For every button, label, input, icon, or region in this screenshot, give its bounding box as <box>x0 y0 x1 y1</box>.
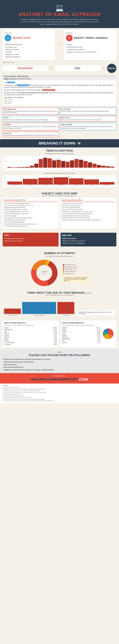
arrow-test-repeat: → <box>102 66 105 70</box>
donut-svg: attempts chart <box>30 258 59 288</box>
size-note: A Small Time Bloggers equal the "large" … <box>77 310 115 316</box>
step-two-list: Bloggers Webmasters/Site owners Journali… <box>66 43 114 53</box>
most-item-9: Consumer trends:5.5% <box>4 342 57 343</box>
day-bar-chart-container: 25% 15% 5% SUNDAYMONDAYTUESDAYWEDNESDAYT… <box>3 175 116 187</box>
arrow-one-two: → <box>58 30 61 60</box>
hourly-bar-3 <box>21 167 25 168</box>
finally-label: finally, <box>3 351 116 353</box>
hourly-bar-7 <box>39 159 43 168</box>
step-two-box: Step two 2 IDENTIFY TARGET AUDIENCE Blog… <box>64 30 116 60</box>
breaking-section: BREAKING IT DOWN ✉ <box>0 139 119 148</box>
svg-text:attempts: attempts <box>41 271 47 272</box>
subject-columns: Best Open Rates (60-87%) [COMPANYNAME] S… <box>3 198 116 229</box>
hourly-bar-8 <box>43 158 47 168</box>
label-1day: 1 Day Time Blogger <box>4 314 21 316</box>
header-title: ANATOMY OF EMAIL OUTREACH <box>3 12 116 17</box>
step-one-list: Building brand awareness Generating a sa… <box>5 43 53 58</box>
most-pitched-title: MOST PITCHED VERTICALS <box>4 322 57 324</box>
day-bar-1 <box>23 179 38 184</box>
hourly-bar-13 <box>66 162 70 168</box>
day-bar-3 <box>54 177 68 184</box>
tips-box: TIPS 💡 Simply describe email contents. 💡… <box>3 233 58 246</box>
least-list: Animals:14.2% Health:11.3% Climate:9.4% … <box>62 327 100 344</box>
annotations-area: Site managers note Site managers are mor… <box>3 106 116 137</box>
avoid-list: Reaching out to media outlets or journal… <box>3 358 54 371</box>
third-attempt-label: Third email - 21% <box>63 268 89 270</box>
hourly-bars-area: 123456789101112123456789101112 <box>7 157 115 169</box>
most-item-8: Fashion:5.5% <box>4 340 57 342</box>
most-item-3: Tech:15.2% <box>4 331 57 332</box>
most-item-10: Local news:5.3% <box>4 344 57 345</box>
hourly-bar-1 <box>12 167 16 168</box>
first-dot <box>63 264 64 266</box>
third-dot <box>63 268 64 270</box>
repeat-badge: REPEAT <box>107 64 116 73</box>
bar-big <box>58 302 74 314</box>
annotation-card-3: Be nice! Be nice! Proof that you follow … <box>3 116 59 122</box>
least-item-1: Animals:14.2% <box>62 327 100 328</box>
least-item-2: Health:11.3% <box>62 329 100 330</box>
hourly-bar-18 <box>88 162 92 168</box>
least-item-7: Relationships:2.5% <box>62 338 100 340</box>
most-pitched-box: MOST PITCHED VERTICALS (Percentage of ve… <box>3 320 58 347</box>
annotation-card-7: Contact info Don't let the absence of th… <box>3 132 59 137</box>
attempts-section: NUMBER OF ATTEMPTS Percentage of respons… <box>0 248 119 290</box>
verticals-section: MOST PITCHED VERTICALS (Percentage of ve… <box>0 318 119 349</box>
footer-citations: CITATIONS: www.yesmail.com/outreach-emai… <box>0 384 119 403</box>
finally-section: finally, PLEASE JUST PLEASE AVOID THE FO… <box>0 349 119 373</box>
most-item-6: Business:5.9% <box>4 336 57 338</box>
subject-subtitle: Over 1/3 emails are opened based only by… <box>3 195 116 196</box>
avoid-item-1: Reaching out to media outlets or journal… <box>3 358 54 361</box>
hourly-bar-6 <box>34 164 38 168</box>
least-pitched-box: LEAST PITCHED VERTICALS (Percentage of v… <box>60 320 116 347</box>
hourly-bar-21 <box>101 166 106 168</box>
least-pie-chart <box>102 327 115 344</box>
step-three-label: Steps three + four <box>3 62 116 63</box>
hourly-bar-11 <box>56 160 61 168</box>
annotation-card-6: Value proposition Jump right into what y… <box>60 123 116 130</box>
size-bars <box>4 298 74 314</box>
y-axis: 15% 10% 5% 0% <box>4 157 7 169</box>
least-pitched-subtitle: (Percentage of vertical receiving Under … <box>62 325 115 326</box>
bar-1day <box>4 308 21 314</box>
fifth-attempt-label: Fifth email - 2% <box>63 273 89 274</box>
bar-small <box>22 302 56 314</box>
day-chart-row: 25% 15% 5% SUNDAYMONDAYTUESDAYWEDNESDAYT… <box>4 177 115 186</box>
most-item-5: Finance:6.3% <box>4 334 57 336</box>
hourly-bar-9 <box>48 158 52 168</box>
proofread-box: PROOFREAD <box>3 66 48 71</box>
label-small: Small Time Bloggers <box>22 314 56 316</box>
b2b-tips-box: B2B TIPS WORDS THAT WORK: "Breaking" and… <box>60 233 116 246</box>
day-bar-6 <box>100 182 114 185</box>
step-one-icon: 1 <box>5 35 11 41</box>
subject-title: SUBJECT LINES THAT GRIP <box>3 192 116 195</box>
least-item-6: Education:4.7% <box>62 336 100 338</box>
day-bar-5 <box>84 180 99 184</box>
timing-section: TIMING IS EVERYTHING Percentage of email… <box>0 148 119 190</box>
worst-open-title: Worst Open Rates (35%) <box>62 199 115 202</box>
hourly-bar-20 <box>97 165 101 168</box>
least-content: Animals:14.2% Health:11.3% Climate:9.4% … <box>62 327 115 344</box>
size-chart-area: 1 Day Time Blogger Small Time Bloggers B… <box>3 297 116 317</box>
hourly-bar-23 <box>110 166 114 168</box>
citations-title: CITATIONS: <box>3 385 8 386</box>
annotation-card-2: Use full names Whenever possible use ful… <box>60 107 116 115</box>
header-description: Outreach marketing centers around creati… <box>20 18 99 26</box>
b2b-tips-title: B2B TIPS <box>62 234 115 237</box>
donut-chart: attempts chart <box>30 258 59 288</box>
hourly-bar-10 <box>52 160 56 168</box>
arrow-proofread-test: → <box>50 66 53 70</box>
best-open-rates-col: Best Open Rates (60-87%) [COMPANYNAME] S… <box>3 198 58 229</box>
proofread-label: PROOFREAD <box>5 67 45 70</box>
laptop-icon: 💻 <box>3 4 116 12</box>
pie-svg <box>102 327 115 340</box>
second-dot <box>63 266 64 268</box>
hourly-bar-22 <box>106 166 110 168</box>
hourly-bar-19 <box>92 164 96 168</box>
most-item-2: Entertainment:17.6% <box>4 329 57 330</box>
size-bar-labels: 1 Day Time Blogger Small Time Bloggers B… <box>4 314 74 316</box>
step-one-box: Step one 1 DEFINE A GOAL Building brand … <box>3 30 55 60</box>
donut-area: attempts chart First email - 45% Second … <box>3 258 116 288</box>
most-item-7: Books:5.9% <box>4 338 57 340</box>
second-attempt-label: Second email - 35% <box>63 266 89 268</box>
